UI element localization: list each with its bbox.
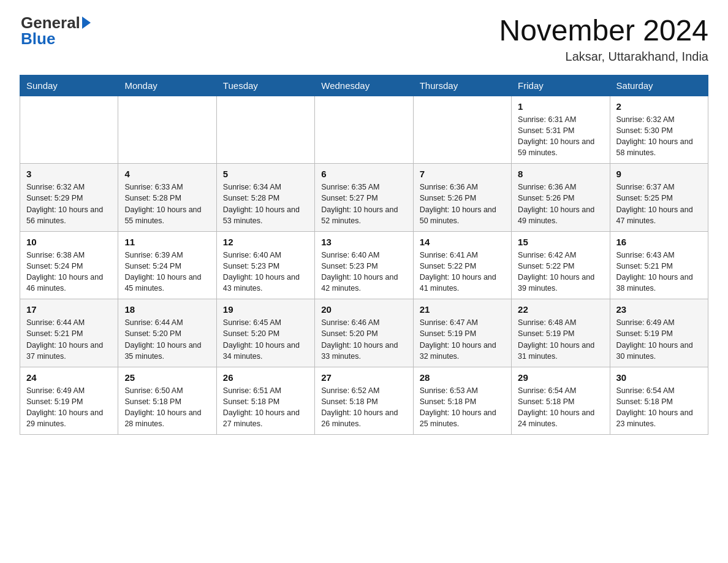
day-number: 7: [420, 169, 505, 179]
day-number: 12: [223, 237, 308, 247]
header-tuesday: Tuesday: [216, 75, 314, 96]
day-number: 3: [26, 169, 112, 179]
day-sun-info: Sunrise: 6:40 AMSunset: 5:23 PMDaylight:…: [321, 250, 406, 294]
day-number: 2: [616, 101, 702, 112]
day-number: 8: [518, 169, 603, 179]
table-row: 17Sunrise: 6:44 AMSunset: 5:21 PMDayligh…: [20, 299, 118, 367]
table-row: 8Sunrise: 6:36 AMSunset: 5:26 PMDaylight…: [512, 164, 610, 232]
day-sun-info: Sunrise: 6:32 AMSunset: 5:30 PMDaylight:…: [616, 114, 702, 159]
calendar-week-row: 10Sunrise: 6:38 AMSunset: 5:24 PMDayligh…: [20, 231, 708, 299]
table-row: 9Sunrise: 6:37 AMSunset: 5:25 PMDaylight…: [610, 164, 708, 232]
day-sun-info: Sunrise: 6:52 AMSunset: 5:18 PMDaylight:…: [321, 385, 406, 430]
table-row: 24Sunrise: 6:49 AMSunset: 5:19 PMDayligh…: [20, 367, 118, 435]
table-row: 14Sunrise: 6:41 AMSunset: 5:22 PMDayligh…: [413, 231, 511, 299]
table-row: 23Sunrise: 6:49 AMSunset: 5:19 PMDayligh…: [610, 299, 708, 367]
day-number: 22: [518, 304, 603, 315]
table-row: 29Sunrise: 6:54 AMSunset: 5:18 PMDayligh…: [512, 367, 610, 435]
header-monday: Monday: [118, 75, 216, 96]
day-sun-info: Sunrise: 6:38 AMSunset: 5:24 PMDaylight:…: [26, 250, 112, 294]
day-sun-info: Sunrise: 6:45 AMSunset: 5:20 PMDaylight:…: [223, 317, 308, 362]
table-row: 4Sunrise: 6:33 AMSunset: 5:28 PMDaylight…: [118, 164, 216, 232]
table-row: 30Sunrise: 6:54 AMSunset: 5:18 PMDayligh…: [610, 367, 708, 435]
day-sun-info: Sunrise: 6:35 AMSunset: 5:27 PMDaylight:…: [321, 182, 406, 226]
day-sun-info: Sunrise: 6:44 AMSunset: 5:21 PMDaylight:…: [26, 317, 112, 362]
table-row: [118, 96, 216, 164]
day-number: 27: [321, 372, 406, 383]
day-sun-info: Sunrise: 6:53 AMSunset: 5:18 PMDaylight:…: [420, 385, 505, 430]
table-row: 21Sunrise: 6:47 AMSunset: 5:19 PMDayligh…: [413, 299, 511, 367]
weekday-header-row: Sunday Monday Tuesday Wednesday Thursday…: [20, 75, 708, 96]
table-row: 6Sunrise: 6:35 AMSunset: 5:27 PMDaylight…: [315, 164, 413, 232]
table-row: 16Sunrise: 6:43 AMSunset: 5:21 PMDayligh…: [610, 231, 708, 299]
day-number: 18: [124, 304, 210, 315]
day-number: 16: [616, 237, 702, 247]
day-sun-info: Sunrise: 6:49 AMSunset: 5:19 PMDaylight:…: [26, 385, 112, 430]
day-sun-info: Sunrise: 6:32 AMSunset: 5:29 PMDaylight:…: [26, 182, 112, 226]
day-sun-info: Sunrise: 6:37 AMSunset: 5:25 PMDaylight:…: [616, 182, 702, 226]
day-sun-info: Sunrise: 6:47 AMSunset: 5:19 PMDaylight:…: [420, 317, 505, 362]
day-sun-info: Sunrise: 6:41 AMSunset: 5:22 PMDaylight:…: [420, 250, 505, 294]
table-row: 1Sunrise: 6:31 AMSunset: 5:31 PMDaylight…: [512, 96, 610, 164]
header-friday: Friday: [512, 75, 610, 96]
table-row: 27Sunrise: 6:52 AMSunset: 5:18 PMDayligh…: [315, 367, 413, 435]
day-sun-info: Sunrise: 6:54 AMSunset: 5:18 PMDaylight:…: [616, 385, 702, 430]
day-sun-info: Sunrise: 6:33 AMSunset: 5:28 PMDaylight:…: [124, 182, 210, 226]
header-thursday: Thursday: [413, 75, 511, 96]
day-number: 26: [223, 372, 308, 383]
day-number: 24: [26, 372, 112, 383]
day-number: 4: [124, 169, 210, 179]
day-number: 17: [26, 304, 112, 315]
table-row: 3Sunrise: 6:32 AMSunset: 5:29 PMDaylight…: [20, 164, 118, 232]
day-number: 20: [321, 304, 406, 315]
day-number: 9: [616, 169, 702, 179]
day-number: 19: [223, 304, 308, 315]
table-row: 20Sunrise: 6:46 AMSunset: 5:20 PMDayligh…: [315, 299, 413, 367]
day-sun-info: Sunrise: 6:46 AMSunset: 5:20 PMDaylight:…: [321, 317, 406, 362]
calendar-week-row: 24Sunrise: 6:49 AMSunset: 5:19 PMDayligh…: [20, 367, 708, 435]
header-sunday: Sunday: [20, 75, 118, 96]
day-sun-info: Sunrise: 6:50 AMSunset: 5:18 PMDaylight:…: [124, 385, 210, 430]
table-row: 19Sunrise: 6:45 AMSunset: 5:20 PMDayligh…: [216, 299, 314, 367]
table-row: 2Sunrise: 6:32 AMSunset: 5:30 PMDaylight…: [610, 96, 708, 164]
day-number: 30: [616, 372, 702, 383]
table-row: [20, 96, 118, 164]
day-sun-info: Sunrise: 6:34 AMSunset: 5:28 PMDaylight:…: [223, 182, 308, 226]
day-number: 23: [616, 304, 702, 315]
table-row: [413, 96, 511, 164]
header-wednesday: Wednesday: [315, 75, 413, 96]
page-header: General Blue November 2024 Laksar, Uttar…: [20, 15, 708, 64]
day-number: 6: [321, 169, 406, 179]
title-area: November 2024 Laksar, Uttarakhand, India: [499, 15, 708, 64]
day-sun-info: Sunrise: 6:49 AMSunset: 5:19 PMDaylight:…: [616, 317, 702, 362]
table-row: 10Sunrise: 6:38 AMSunset: 5:24 PMDayligh…: [20, 231, 118, 299]
logo-chevron-icon: [82, 17, 91, 29]
day-sun-info: Sunrise: 6:31 AMSunset: 5:31 PMDaylight:…: [518, 114, 603, 159]
day-number: 1: [518, 101, 603, 112]
calendar-table: Sunday Monday Tuesday Wednesday Thursday…: [20, 75, 708, 435]
day-number: 15: [518, 237, 603, 247]
table-row: 26Sunrise: 6:51 AMSunset: 5:18 PMDayligh…: [216, 367, 314, 435]
day-number: 21: [420, 304, 505, 315]
day-number: 14: [420, 237, 505, 247]
logo: General Blue: [20, 15, 91, 47]
table-row: 5Sunrise: 6:34 AMSunset: 5:28 PMDaylight…: [216, 164, 314, 232]
table-row: [216, 96, 314, 164]
day-number: 28: [420, 372, 505, 383]
table-row: 18Sunrise: 6:44 AMSunset: 5:20 PMDayligh…: [118, 299, 216, 367]
day-sun-info: Sunrise: 6:44 AMSunset: 5:20 PMDaylight:…: [124, 317, 210, 362]
day-sun-info: Sunrise: 6:43 AMSunset: 5:21 PMDaylight:…: [616, 250, 702, 294]
calendar-week-row: 1Sunrise: 6:31 AMSunset: 5:31 PMDaylight…: [20, 96, 708, 164]
location-subtitle: Laksar, Uttarakhand, India: [499, 50, 708, 64]
table-row: [315, 96, 413, 164]
table-row: 12Sunrise: 6:40 AMSunset: 5:23 PMDayligh…: [216, 231, 314, 299]
month-year-title: November 2024: [499, 15, 708, 47]
table-row: 25Sunrise: 6:50 AMSunset: 5:18 PMDayligh…: [118, 367, 216, 435]
table-row: 22Sunrise: 6:48 AMSunset: 5:19 PMDayligh…: [512, 299, 610, 367]
table-row: 15Sunrise: 6:42 AMSunset: 5:22 PMDayligh…: [512, 231, 610, 299]
header-saturday: Saturday: [610, 75, 708, 96]
table-row: 11Sunrise: 6:39 AMSunset: 5:24 PMDayligh…: [118, 231, 216, 299]
day-sun-info: Sunrise: 6:51 AMSunset: 5:18 PMDaylight:…: [223, 385, 308, 430]
day-sun-info: Sunrise: 6:42 AMSunset: 5:22 PMDaylight:…: [518, 250, 603, 294]
day-sun-info: Sunrise: 6:39 AMSunset: 5:24 PMDaylight:…: [124, 250, 210, 294]
day-number: 11: [124, 237, 210, 247]
